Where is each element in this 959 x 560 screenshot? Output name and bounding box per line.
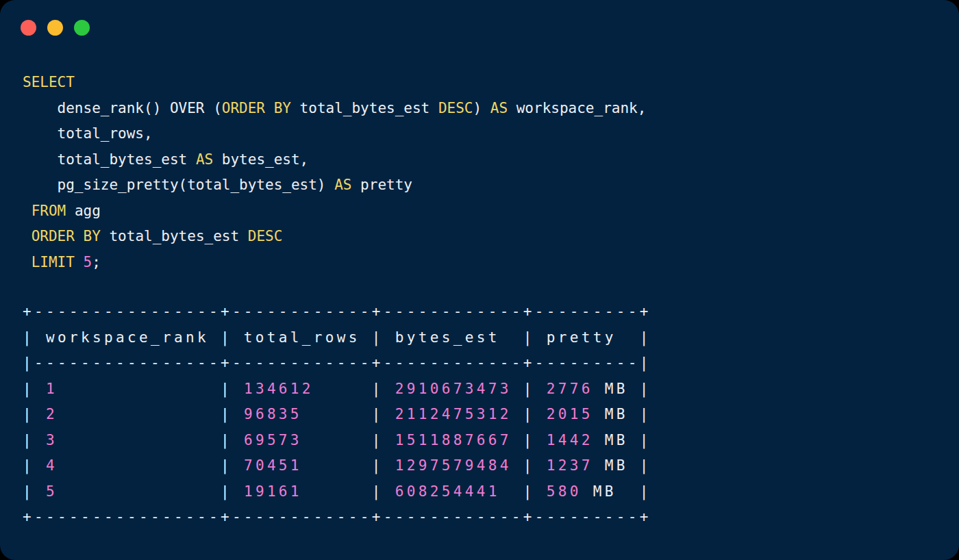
sql-line: FROM agg <box>23 199 646 225</box>
table-row-segment: +----------------+------------+---------… <box>23 303 651 320</box>
table-row-segment: | <box>23 457 46 474</box>
table-row-segment: 1511887667 <box>395 432 512 448</box>
table-row: | 4 | 70451 | 1297579484 | 1237 MB | <box>23 453 651 479</box>
table-row-segment: 1 <box>46 381 58 397</box>
sql-line: pg_size_pretty(total_bytes_est) AS prett… <box>23 173 646 199</box>
sql-line-segment <box>23 228 32 244</box>
minimize-button-icon[interactable] <box>47 20 63 36</box>
sql-line: LIMIT 5; <box>23 250 646 276</box>
sql-line-segment: total_rows, <box>23 125 153 142</box>
query-result-table: +----------------+------------+---------… <box>23 299 651 531</box>
sql-line-segment <box>23 254 32 270</box>
sql-line-segment: AS <box>196 151 213 168</box>
sql-line: total_bytes_est AS bytes_est, <box>23 147 646 173</box>
table-row-segment: 5 <box>46 483 58 500</box>
table-row-segment: 3 <box>46 432 58 448</box>
sql-line-segment: total_bytes_est <box>101 228 248 244</box>
sql-query: SELECT dense_rank() OVER (ORDER BY total… <box>23 70 646 275</box>
table-row-segment: | <box>58 381 244 397</box>
sql-line-segment: LIMIT <box>32 254 75 270</box>
sql-line-segment: bytes_est, <box>213 151 308 168</box>
sql-line-segment: total_bytes_est <box>291 100 438 116</box>
table-row-segment: | <box>23 432 46 448</box>
table-row-segment: | <box>314 381 395 397</box>
sql-line-segment: AS <box>334 177 351 193</box>
table-row-segment: | <box>512 406 547 422</box>
sql-line-segment <box>75 254 84 270</box>
table-row-segment: | <box>58 483 244 500</box>
sql-line-segment: agg <box>66 203 101 219</box>
table-row-segment: | <box>302 432 395 448</box>
table-row-segment: | workspace_rank | total_rows | bytes_es… <box>23 329 651 346</box>
table-row-segment: | <box>512 457 547 474</box>
table-row-segment: | <box>23 381 46 397</box>
table-row-segment: MB | <box>593 381 651 397</box>
sql-line: dense_rank() OVER (ORDER BY total_bytes_… <box>23 96 646 122</box>
sql-line: ORDER BY total_bytes_est DESC <box>23 224 646 250</box>
table-row-segment: | <box>58 406 244 422</box>
table-row: | 3 | 69573 | 1511887667 | 1442 MB | <box>23 428 651 454</box>
sql-line-segment: AS <box>490 100 508 116</box>
sql-line: total_rows, <box>23 121 646 147</box>
table-row: | 5 | 19161 | 608254441 | 580 MB | <box>23 479 651 505</box>
window-controls <box>21 20 90 36</box>
table-row-segment: | <box>23 483 46 500</box>
table-row-segment: | <box>23 406 46 422</box>
sql-line-segment: FROM <box>32 203 66 219</box>
sql-line-segment: 5 <box>84 254 92 270</box>
table-row-segment: | <box>58 432 244 448</box>
sql-line-segment: ) <box>473 100 490 116</box>
sql-line-segment: SELECT <box>23 74 75 90</box>
sql-line-segment: ORDER BY <box>222 100 291 116</box>
table-row-segment: | <box>512 432 547 448</box>
table-row-segment: | <box>512 381 547 397</box>
table-row-segment: MB | <box>593 432 651 448</box>
table-row-segment: | <box>302 406 395 422</box>
table-row: +----------------+------------+---------… <box>23 299 651 325</box>
table-row: | 1 | 134612 | 2910673473 | 2776 MB | <box>23 377 651 403</box>
sql-line-segment: DESC <box>438 100 473 116</box>
table-row-segment: +----------------+------------+---------… <box>23 509 651 525</box>
table-row-segment: 2 <box>46 406 58 422</box>
table-row-segment: 134612 <box>244 381 314 397</box>
sql-line-segment <box>23 203 32 219</box>
sql-line-segment: workspace_rank, <box>508 100 646 116</box>
table-row: |----------------+------------+---------… <box>23 351 651 377</box>
table-row-segment: 608254441 <box>395 483 500 500</box>
table-row: | workspace_rank | total_rows | bytes_es… <box>23 325 651 351</box>
table-row-segment: | <box>58 457 244 474</box>
sql-line-segment: pretty <box>351 177 412 193</box>
table-row-segment: 69573 <box>244 432 302 448</box>
close-button-icon[interactable] <box>21 20 36 36</box>
table-row-segment: MB | <box>593 457 651 474</box>
table-row-segment: 96835 <box>244 406 302 422</box>
sql-line-segment: DESC <box>248 228 283 244</box>
table-row-segment: 4 <box>46 457 58 474</box>
terminal-window: SELECT dense_rank() OVER (ORDER BY total… <box>0 0 959 560</box>
table-row-segment: 70451 <box>244 457 302 474</box>
table-row-segment: 580 <box>547 483 582 500</box>
table-row: | 2 | 96835 | 2112475312 | 2015 MB | <box>23 402 651 428</box>
table-row-segment: 1237 <box>547 457 593 474</box>
table-row: +----------------+------------+---------… <box>23 505 651 531</box>
table-row-segment: 2112475312 <box>395 406 512 422</box>
table-row-segment: 2776 <box>547 381 593 397</box>
sql-line-segment: ORDER BY <box>32 228 101 244</box>
sql-line-segment: pg_size_pretty(total_bytes_est) <box>23 177 334 193</box>
sql-line-segment: total_bytes_est <box>23 151 196 168</box>
table-row-segment: 2910673473 <box>395 381 512 397</box>
sql-line-segment: dense_rank() OVER ( <box>23 100 222 116</box>
table-row-segment: | <box>302 483 395 500</box>
table-row-segment: | <box>500 483 547 500</box>
table-row-segment: 19161 <box>244 483 302 500</box>
sql-line: SELECT <box>23 70 646 96</box>
table-row-segment: 1442 <box>547 432 593 448</box>
sql-line-segment: ; <box>92 254 101 270</box>
table-row-segment: |----------------+------------+---------… <box>23 355 651 371</box>
table-row-segment: 1297579484 <box>395 457 512 474</box>
table-row-segment: | <box>302 457 395 474</box>
table-row-segment: MB | <box>582 483 651 500</box>
table-row-segment: 2015 <box>547 406 593 422</box>
table-row-segment: MB | <box>593 406 651 422</box>
maximize-button-icon[interactable] <box>74 20 90 36</box>
